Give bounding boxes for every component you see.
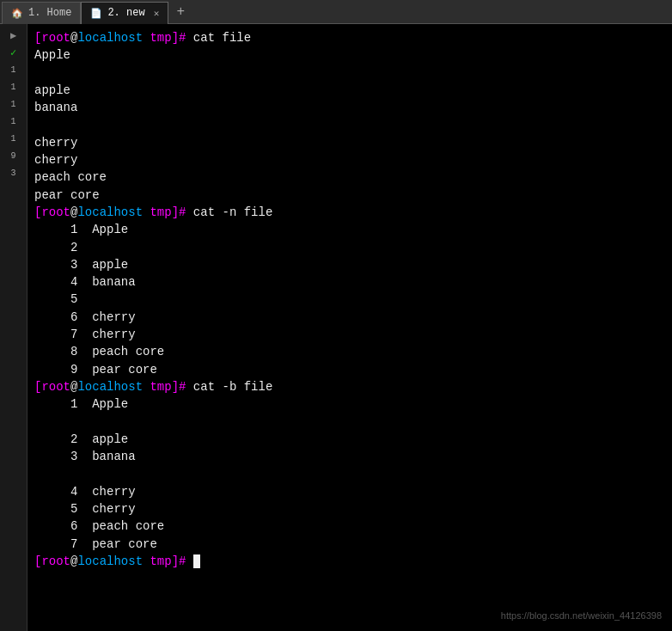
gutter-arrow: ▶	[6, 28, 21, 43]
gutter-num-7: 3	[6, 165, 21, 181]
gutter-check: ✓	[6, 45, 21, 60]
main-container: ▶ ✓ 1 1 1 1 1 9 3 [root@localhost tmp]# …	[0, 24, 672, 631]
tab-bar: 🏠 1. Home 📄 2. new ✕ +	[0, 0, 672, 24]
tab-home-label: 1. Home	[28, 7, 71, 19]
tab-new[interactable]: 📄 2. new ✕	[81, 2, 168, 24]
line-prompt-2: [root@localhost tmp]# cat -n file	[34, 204, 665, 221]
line-b-5: 5 cherry	[34, 500, 665, 518]
terminal-content: [root@localhost tmp]# cat file Apple app…	[34, 29, 665, 570]
line-n-8: 8 peach core	[34, 343, 665, 360]
tab-new-label: 2. new	[107, 7, 144, 19]
line-n-7: 7 cherry	[34, 326, 665, 343]
plus-icon: +	[176, 4, 185, 20]
line-cherry-1: cherry	[34, 134, 665, 151]
line-cherry-2: cherry	[34, 151, 665, 168]
gutter-num-6: 9	[6, 148, 21, 163]
tab-home[interactable]: 🏠 1. Home	[2, 2, 81, 24]
line-b-4: 4 cherry	[34, 483, 665, 500]
line-n-4: 4 banana	[34, 273, 665, 291]
line-prompt-1: [root@localhost tmp]# cat file	[34, 29, 665, 46]
line-b-3: 3 banana	[34, 448, 665, 465]
line-banana: banana	[34, 99, 665, 116]
gutter-num-2: 1	[6, 79, 21, 95]
gutter-num-5: 1	[6, 131, 21, 146]
line-b-7: 7 pear core	[34, 536, 665, 553]
new-tab-button[interactable]: +	[170, 2, 191, 22]
line-apple-lc: apple	[34, 82, 665, 99]
line-prompt-3: [root@localhost tmp]# cat -b file	[34, 378, 665, 395]
line-blank-1	[34, 64, 665, 82]
gutter-num-4: 1	[6, 113, 21, 129]
line-cursor: [root@localhost tmp]#	[34, 553, 665, 570]
line-b-1: 1 Apple	[34, 395, 665, 413]
line-b-blank-2	[34, 465, 665, 482]
line-blank-2	[34, 116, 665, 133]
line-b-2: 2 apple	[34, 431, 665, 448]
line-peach-core: peach core	[34, 168, 665, 186]
line-n-5: 5	[34, 291, 665, 308]
line-n-3: 3 apple	[34, 256, 665, 273]
line-pear-core: pear core	[34, 187, 665, 204]
line-b-blank-1	[34, 414, 665, 431]
watermark: https://blog.csdn.net/weixin_44126398	[501, 610, 662, 621]
gutter-num-3: 1	[6, 96, 21, 112]
tab-home-icon: 🏠	[11, 8, 23, 19]
line-b-6: 6 peach core	[34, 518, 665, 535]
tab-close-icon[interactable]: ✕	[154, 8, 160, 19]
line-n-9: 9 pear core	[34, 361, 665, 378]
left-gutter: ▶ ✓ 1 1 1 1 1 9 3	[0, 24, 27, 631]
gutter-num-1: 1	[6, 62, 21, 77]
line-n-1: 1 Apple	[34, 221, 665, 238]
line-n-2: 2	[34, 239, 665, 256]
line-n-6: 6 cherry	[34, 309, 665, 326]
terminal[interactable]: [root@localhost tmp]# cat file Apple app…	[27, 24, 672, 631]
line-apple: Apple	[34, 46, 665, 64]
tab-new-icon: 📄	[90, 8, 102, 19]
